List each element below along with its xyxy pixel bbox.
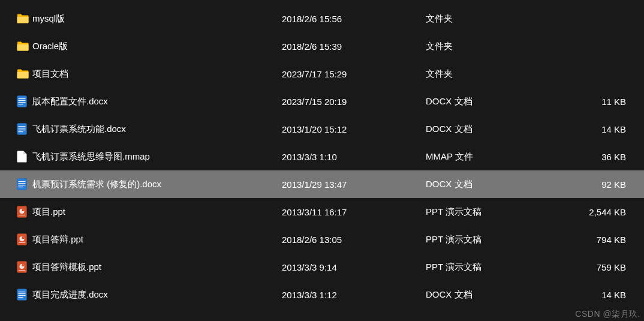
file-row[interactable]: 项目文档2023/7/17 15:29文件夹 — [0, 60, 644, 88]
file-row[interactable]: Oracle版2018/2/6 15:39文件夹 — [0, 32, 644, 60]
file-date-modified: 2018/2/6 13:05 — [282, 235, 426, 245]
file-name: 项目.ppt — [32, 206, 282, 218]
file-type: PPT 演示文稿 — [426, 234, 558, 245]
file-type: 文件夹 — [426, 41, 558, 52]
file-icon-cell — [17, 41, 32, 51]
file-size: 2,544 KB — [558, 207, 626, 217]
file-icon-cell — [17, 178, 32, 190]
file-row[interactable]: 飞机订票系统思维导图.mmap2013/3/3 1:10MMAP 文件36 KB — [0, 143, 644, 170]
file-name: 飞机订票系统功能.docx — [32, 124, 282, 135]
file-type: DOCX 文档 — [426, 289, 558, 301]
file-date-modified: 2013/3/3 1:10 — [282, 152, 426, 162]
file-icon-cell — [17, 261, 32, 273]
powerpoint-icon — [17, 206, 27, 218]
file-row[interactable]: 机票预订系统需求 (修复的).docx2013/1/29 13:47DOCX 文… — [0, 170, 644, 198]
file-type: MMAP 文件 — [426, 151, 558, 163]
file-type: DOCX 文档 — [426, 124, 558, 135]
file-icon-cell — [17, 69, 32, 79]
folder-icon — [17, 14, 29, 23]
file-icon-cell — [17, 95, 32, 107]
file-icon-cell — [17, 123, 32, 135]
file-row[interactable]: 项目答辩.ppt2018/2/6 13:05PPT 演示文稿794 KB — [0, 226, 644, 253]
file-row[interactable]: 项目答辩模板.ppt2013/3/3 9:14PPT 演示文稿759 KB — [0, 253, 644, 281]
file-icon-cell — [17, 14, 32, 23]
file-name: 项目完成进度.docx — [32, 289, 282, 301]
file-date-modified: 2018/2/6 15:56 — [282, 14, 426, 24]
file-size: 14 KB — [558, 290, 626, 300]
file-date-modified: 2013/3/3 9:14 — [282, 262, 426, 272]
powerpoint-icon — [17, 233, 27, 245]
file-size: 11 KB — [558, 97, 626, 107]
file-row[interactable]: 飞机订票系统功能.docx2013/1/20 15:12DOCX 文档14 KB — [0, 115, 644, 143]
file-type: PPT 演示文稿 — [426, 206, 558, 218]
file-icon-cell — [17, 233, 32, 245]
file-date-modified: 2013/1/20 15:12 — [282, 124, 426, 134]
word-document-icon — [17, 95, 27, 107]
file-name: 版本配置文件.docx — [32, 96, 282, 107]
file-name: 项目答辩模板.ppt — [32, 262, 282, 273]
file-icon-cell — [17, 151, 32, 163]
word-document-icon — [17, 289, 27, 301]
file-date-modified: 2018/2/6 15:39 — [282, 41, 426, 52]
file-name: 项目文档 — [32, 68, 282, 80]
file-type: 文件夹 — [426, 68, 558, 80]
powerpoint-icon — [17, 261, 27, 273]
file-icon-cell — [17, 289, 32, 301]
file-row[interactable]: 版本配置文件.docx2023/7/15 20:19DOCX 文档11 KB — [0, 88, 644, 115]
word-document-icon — [17, 178, 27, 190]
folder-icon — [17, 69, 29, 79]
file-row[interactable]: 项目完成进度.docx2013/3/3 1:12DOCX 文档14 KB — [0, 281, 644, 308]
file-size: 794 KB — [558, 235, 626, 245]
file-date-modified: 2023/7/15 20:19 — [282, 97, 426, 107]
file-name: Oracle版 — [32, 41, 282, 52]
file-type: 文件夹 — [426, 13, 558, 25]
file-size: 14 KB — [558, 124, 626, 134]
watermark: CSDN @柒月玖. — [575, 309, 640, 320]
file-list: mysql版2018/2/6 15:56文件夹Oracle版2018/2/6 1… — [0, 0, 644, 308]
folder-icon — [17, 41, 29, 51]
file-name: 机票预订系统需求 (修复的).docx — [32, 179, 282, 190]
file-date-modified: 2013/1/29 13:47 — [282, 179, 426, 190]
file-row[interactable]: mysql版2018/2/6 15:56文件夹 — [0, 5, 644, 32]
file-date-modified: 2013/3/11 16:17 — [282, 207, 426, 217]
generic-file-icon — [17, 151, 27, 163]
file-name: mysql版 — [32, 13, 282, 25]
file-size: 36 KB — [558, 152, 626, 162]
file-row[interactable]: 项目.ppt2013/3/11 16:17PPT 演示文稿2,544 KB — [0, 198, 644, 226]
file-size: 759 KB — [558, 262, 626, 272]
file-type: DOCX 文档 — [426, 96, 558, 107]
file-date-modified: 2013/3/3 1:12 — [282, 290, 426, 300]
file-date-modified: 2023/7/17 15:29 — [282, 69, 426, 79]
file-name: 飞机订票系统思维导图.mmap — [32, 151, 282, 163]
file-name: 项目答辩.ppt — [32, 234, 282, 245]
file-type: PPT 演示文稿 — [426, 262, 558, 273]
word-document-icon — [17, 123, 27, 135]
file-type: DOCX 文档 — [426, 179, 558, 190]
file-size: 92 KB — [558, 179, 626, 190]
file-icon-cell — [17, 206, 32, 218]
